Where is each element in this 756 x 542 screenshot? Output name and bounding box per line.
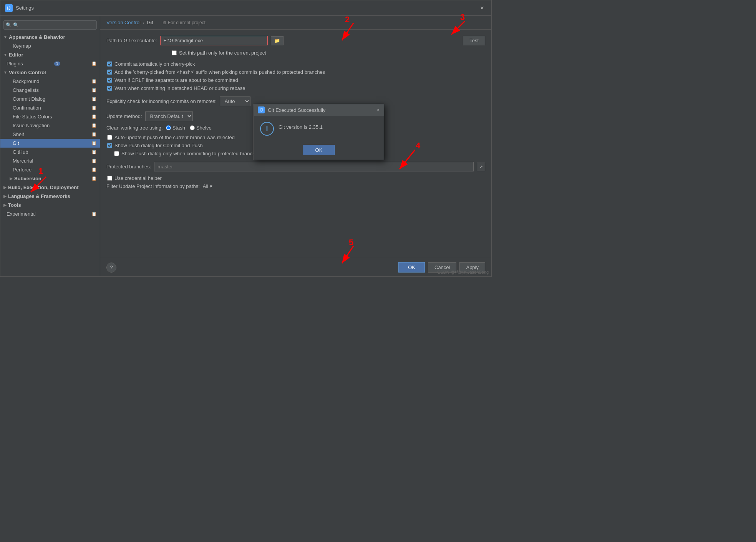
sidebar-item-keymap[interactable]: Keymap: [0, 42, 100, 50]
checkbox-push-protected-label: Show Push dialog only when committing to…: [121, 151, 260, 156]
incoming-label: Explicitly check for incoming commits on…: [106, 98, 217, 104]
sidebar-item-plugins[interactable]: Plugins 1 📋: [0, 59, 100, 68]
checkbox-credential-label: Use credential helper: [114, 175, 162, 181]
checkbox-row-cherry-pick-suffix: Add the 'cherry-picked from <hash>' suff…: [106, 69, 485, 75]
checkbox-cherry-pick-suffix-label: Add the 'cherry-picked from <hash>' suff…: [114, 69, 325, 75]
path-input[interactable]: [160, 36, 268, 45]
checkbox-only-current-label: Set this path only for the current proje…: [179, 50, 266, 56]
checkbox-detached[interactable]: [107, 86, 112, 91]
radio-shelve[interactable]: [190, 125, 195, 130]
bottom-bar: ? OK Cancel Apply: [100, 258, 491, 276]
radio-group-clean: Stash Shelve: [166, 125, 212, 131]
expand-arrow-build-icon: ▶: [3, 185, 7, 190]
shelf-copy-icon: 📋: [91, 132, 97, 137]
ok-button[interactable]: OK: [398, 262, 425, 273]
cl-copy-icon: 📋: [91, 88, 97, 93]
checkbox-cherry-pick-suffix[interactable]: [107, 70, 112, 75]
browse-button[interactable]: 📁: [271, 36, 284, 45]
sidebar-item-github[interactable]: GitHub 📋: [0, 148, 100, 156]
path-label: Path to Git executable:: [106, 38, 157, 43]
sidebar-item-confirmation[interactable]: Confirmation 📋: [0, 103, 100, 112]
checkbox-crlf-label: Warn if CRLF line separators are about t…: [114, 77, 238, 83]
settings-window: IJ Settings × 🔍 ▼ Appearance & Behavior …: [0, 0, 492, 277]
checkbox-cherry-pick[interactable]: [107, 62, 112, 67]
checkbox-credential[interactable]: [107, 176, 112, 181]
breadcrumb-parent[interactable]: Version Control: [106, 20, 141, 25]
for-project-label: 🖥 For current project: [162, 20, 206, 25]
sidebar-item-changelists[interactable]: Changelists 📋: [0, 86, 100, 95]
plugins-badge: 1: [54, 62, 60, 66]
git-copy-icon: 📋: [91, 141, 97, 146]
breadcrumb-current: Git: [147, 20, 153, 25]
conf-copy-icon: 📋: [91, 105, 97, 110]
checkbox-push-protected[interactable]: [114, 151, 119, 156]
sidebar-item-build-execution[interactable]: ▶ Build, Execution, Deployment: [0, 183, 100, 192]
title-bar: IJ Settings ×: [0, 0, 491, 16]
exp-copy-icon: 📋: [91, 211, 97, 216]
popup-dialog: IJ Git Executed Successfully × i Git ver…: [254, 104, 384, 160]
sidebar-item-commit-dialog[interactable]: Commit Dialog 📋: [0, 95, 100, 103]
test-button[interactable]: Test: [463, 36, 485, 45]
window-close-button[interactable]: ×: [477, 3, 487, 13]
clean-label: Clean working tree using:: [106, 125, 163, 131]
info-icon: i: [260, 122, 274, 136]
apply-button[interactable]: Apply: [459, 262, 485, 273]
popup-ok-button[interactable]: OK: [303, 145, 335, 155]
sidebar: 🔍 ▼ Appearance & Behavior Keymap ▼ Edito…: [0, 16, 100, 276]
checkbox-detached-label: Warn when committing in detached HEAD or…: [114, 85, 245, 91]
sidebar-item-git[interactable]: Git 📋: [0, 139, 100, 148]
filter-update-row: Filter Update Project information by pat…: [106, 183, 485, 189]
sidebar-item-subversion[interactable]: ▶ Subversion 📋: [0, 174, 100, 183]
popup-title-bar: IJ Git Executed Successfully ×: [254, 104, 384, 116]
expand-arrow-lang-icon: ▶: [3, 194, 7, 198]
popup-title: Git Executed Successfully: [268, 107, 374, 113]
sidebar-item-languages-frameworks[interactable]: ▶ Languages & Frameworks: [0, 192, 100, 201]
protected-branches-row: Protected branches: ↗: [106, 162, 485, 171]
sidebar-item-experimental[interactable]: Experimental 📋: [0, 209, 100, 218]
perf-copy-icon: 📋: [91, 167, 97, 172]
github-copy-icon: 📋: [91, 150, 97, 155]
incoming-select[interactable]: Auto Always Never: [220, 96, 250, 106]
checkbox-show-push[interactable]: [107, 143, 112, 148]
sidebar-item-version-control[interactable]: ▼ Version Control: [0, 68, 100, 77]
expand-arrow-icon: ▼: [3, 35, 7, 39]
checkbox-row-credential: Use credential helper: [106, 175, 485, 181]
breadcrumb: Version Control › Git 🖥 For current proj…: [100, 16, 491, 30]
search-input[interactable]: [3, 20, 97, 30]
sidebar-item-issue-navigation[interactable]: Issue Navigation 📋: [0, 121, 100, 130]
expand-protected-button[interactable]: ↗: [477, 163, 485, 171]
sidebar-item-file-status-colors[interactable]: File Status Colors 📋: [0, 112, 100, 121]
checkbox-row-detached: Warn when committing in detached HEAD or…: [106, 85, 485, 91]
copy-icon: 📋: [91, 61, 97, 66]
popup-close-button[interactable]: ×: [377, 107, 380, 113]
sidebar-item-editor[interactable]: ▼ Editor: [0, 50, 100, 59]
sidebar-item-shelf[interactable]: Shelf 📋: [0, 130, 100, 139]
filter-value[interactable]: All ▾: [203, 183, 212, 189]
fsc-copy-icon: 📋: [91, 114, 97, 119]
update-select[interactable]: Branch Default Merge Rebase: [145, 111, 193, 121]
sidebar-item-mercurial[interactable]: Mercurial 📋: [0, 156, 100, 165]
merc-copy-icon: 📋: [91, 158, 97, 163]
bg-copy-icon: 📋: [91, 79, 97, 84]
project-icon: 🖥: [162, 20, 166, 25]
checkbox-crlf[interactable]: [107, 78, 112, 83]
breadcrumb-sep: ›: [143, 20, 144, 25]
checkbox-cherry-pick-label: Commit automatically on cherry-pick: [114, 61, 195, 67]
radio-shelve-label[interactable]: Shelve: [190, 125, 212, 131]
help-button[interactable]: ?: [106, 263, 116, 273]
sidebar-item-background[interactable]: Background 📋: [0, 77, 100, 86]
main-content: 🔍 ▼ Appearance & Behavior Keymap ▼ Edito…: [0, 16, 491, 276]
checkbox-show-push-label: Show Push dialog for Commit and Push: [114, 143, 203, 148]
protected-branches-input[interactable]: [154, 162, 474, 171]
svn-copy-icon: 📋: [91, 176, 97, 181]
checkbox-only-current[interactable]: [172, 50, 177, 55]
checkbox-auto-update[interactable]: [107, 135, 112, 140]
cancel-button[interactable]: Cancel: [428, 262, 456, 273]
checkbox-row-crlf: Warn if CRLF line separators are about t…: [106, 77, 485, 83]
sidebar-item-appearance-behavior[interactable]: ▼ Appearance & Behavior: [0, 33, 100, 42]
radio-stash-label[interactable]: Stash: [166, 125, 185, 131]
checkbox-auto-update-label: Auto-update if push of the current branc…: [114, 135, 235, 140]
sidebar-item-perforce[interactable]: Perforce 📋: [0, 165, 100, 174]
radio-stash[interactable]: [166, 125, 171, 130]
sidebar-item-tools[interactable]: ▶ Tools: [0, 201, 100, 209]
